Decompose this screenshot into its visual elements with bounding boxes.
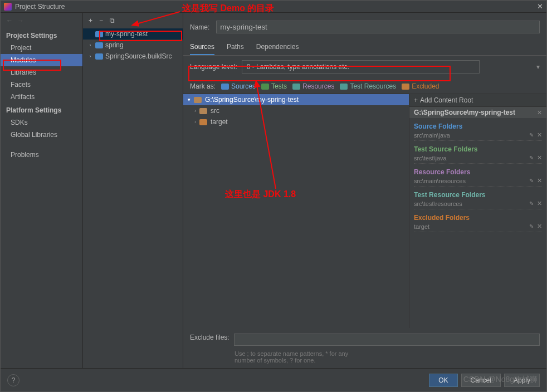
mark-as-label: Mark as:	[190, 82, 216, 90]
remove-module-button[interactable]: −	[99, 17, 103, 24]
edit-folder-icon[interactable]: ✎	[529, 132, 534, 138]
folder-label: target	[211, 118, 228, 126]
language-level-select[interactable]: 8 - Lambdas, type annotations etc.	[242, 60, 480, 74]
module-my-spring-test[interactable]: my-spring-test	[83, 28, 183, 40]
folder-icon	[199, 119, 207, 125]
section-project-settings: Project Settings	[1, 28, 82, 42]
folder-icon	[194, 97, 202, 103]
language-level-label: Language level:	[190, 63, 237, 71]
module-icon	[95, 31, 103, 37]
dropdown-arrow-icon[interactable]: ▾	[484, 63, 540, 71]
remove-folder-icon[interactable]: ✕	[537, 200, 542, 207]
module-buildsrc[interactable]: › SpringSource.buildSrc	[83, 51, 183, 62]
content-roots-panel: + Add Content Root G:\SpringSource\my-sp…	[409, 94, 546, 328]
target-folder-row[interactable]: › target	[183, 116, 409, 128]
folder-path: src\test\resources	[414, 200, 462, 207]
exclude-files-label: Exclude files:	[190, 334, 229, 341]
nav-project[interactable]: Project	[1, 42, 82, 54]
folder-section-header: Test Source Folders	[414, 145, 542, 153]
remove-content-root-icon[interactable]: ✕	[537, 109, 542, 116]
ok-button[interactable]: OK	[429, 374, 457, 387]
copy-module-button[interactable]: ⧉	[110, 17, 115, 24]
nav-forward-icon[interactable]: →	[17, 17, 24, 24]
settings-sidebar: ← → Project Settings Project Modules Lib…	[1, 13, 83, 368]
module-label: SpringSource.buildSrc	[105, 52, 172, 60]
mark-tests-button[interactable]: Tests	[261, 82, 287, 90]
mark-test-resources-button[interactable]: Test Resources	[340, 82, 396, 90]
folder-section-header: Resource Folders	[414, 168, 542, 176]
source-tree: ▾ G:\SpringSource\my-spring-test › src ›…	[183, 94, 409, 328]
folder-section-header: Excluded Folders	[414, 214, 542, 222]
language-level-value: 8 - Lambdas, type annotations etc.	[247, 63, 349, 71]
remove-folder-icon[interactable]: ✕	[537, 223, 542, 229]
mark-resources-button[interactable]: Resources	[292, 82, 334, 90]
folder-path: src\main\java	[414, 132, 450, 139]
nav-facets[interactable]: Facets	[1, 79, 82, 91]
src-folder-row[interactable]: › src	[183, 105, 409, 116]
folder-icon	[199, 108, 207, 114]
module-label: spring	[105, 41, 124, 49]
module-label: my-spring-test	[105, 30, 148, 38]
nav-problems[interactable]: Problems	[1, 149, 82, 161]
remove-folder-icon[interactable]: ✕	[537, 177, 542, 184]
content-root-path: G:\SpringSource\my-spring-test	[205, 96, 299, 104]
nav-artifacts[interactable]: Artifacts	[1, 91, 82, 103]
edit-folder-icon[interactable]: ✎	[529, 178, 534, 184]
module-icon	[95, 42, 103, 48]
remove-folder-icon[interactable]: ✕	[537, 154, 542, 161]
mark-excluded-button[interactable]: Excluded	[402, 82, 439, 90]
module-icon	[95, 53, 103, 60]
close-icon[interactable]: ✕	[537, 2, 543, 11]
mark-sources-button[interactable]: Sources	[221, 82, 256, 90]
nav-modules[interactable]: Modules	[1, 54, 82, 66]
module-list-panel: + − ⧉ my-spring-test › spring › SpringSo…	[83, 13, 183, 368]
nav-back-icon[interactable]: ←	[6, 17, 13, 24]
name-label: Name:	[190, 23, 209, 31]
tab-sources[interactable]: Sources	[190, 41, 214, 55]
folder-section-header: Source Folders	[414, 122, 542, 130]
nav-sdks[interactable]: SDKs	[1, 116, 82, 129]
folder-path: src\main\resources	[414, 178, 466, 184]
edit-folder-icon[interactable]: ✎	[529, 200, 534, 207]
nav-libraries[interactable]: Libraries	[1, 66, 82, 79]
tab-dependencies[interactable]: Dependencies	[256, 41, 299, 55]
add-content-root-button[interactable]: Add Content Root	[420, 96, 473, 104]
help-button[interactable]: ?	[7, 374, 19, 386]
folder-section-header: Test Resource Folders	[414, 191, 542, 199]
nav-global-libraries[interactable]: Global Libraries	[1, 129, 82, 141]
window-title: Project Structure	[15, 3, 537, 11]
content-root-title: G:\SpringSource\my-spring-test	[414, 109, 515, 116]
exclude-hint: Use ; to separate name patterns, * for a…	[183, 350, 546, 368]
module-spring[interactable]: › spring	[83, 40, 183, 51]
watermark: CSDN @No8g攻城狮	[463, 375, 538, 385]
module-name-input[interactable]	[216, 21, 540, 33]
exclude-files-input[interactable]	[234, 334, 540, 346]
remove-folder-icon[interactable]: ✕	[537, 131, 542, 138]
content-root-row[interactable]: ▾ G:\SpringSource\my-spring-test	[183, 94, 409, 105]
edit-folder-icon[interactable]: ✎	[529, 223, 534, 229]
app-logo-icon	[4, 3, 12, 11]
folder-label: src	[211, 107, 219, 115]
add-module-button[interactable]: +	[89, 17, 92, 24]
edit-folder-icon[interactable]: ✎	[529, 155, 534, 161]
folder-path: src\test\java	[414, 155, 447, 161]
folder-path: target	[414, 223, 429, 230]
tab-paths[interactable]: Paths	[227, 41, 244, 55]
section-platform-settings: Platform Settings	[1, 103, 82, 116]
